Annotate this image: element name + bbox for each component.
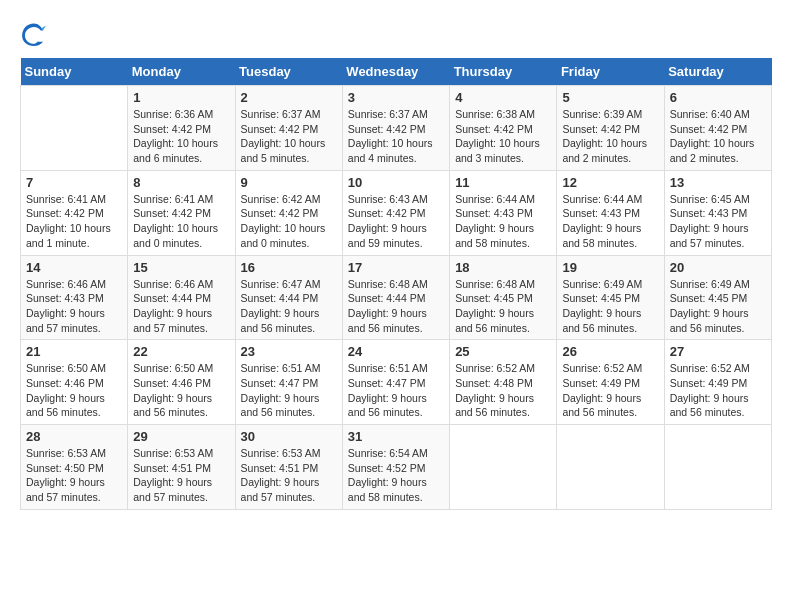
day-number: 19 [562,260,658,275]
header-day-thursday: Thursday [450,58,557,86]
cell-info: Sunrise: 6:39 AMSunset: 4:42 PMDaylight:… [562,107,658,166]
day-number: 2 [241,90,337,105]
day-number: 6 [670,90,766,105]
cell-info: Sunrise: 6:48 AMSunset: 4:45 PMDaylight:… [455,277,551,336]
day-number: 4 [455,90,551,105]
cell-info: Sunrise: 6:38 AMSunset: 4:42 PMDaylight:… [455,107,551,166]
week-row-2: 7Sunrise: 6:41 AMSunset: 4:42 PMDaylight… [21,170,772,255]
cell-info: Sunrise: 6:52 AMSunset: 4:49 PMDaylight:… [670,361,766,420]
calendar-cell: 12Sunrise: 6:44 AMSunset: 4:43 PMDayligh… [557,170,664,255]
cell-info: Sunrise: 6:53 AMSunset: 4:51 PMDaylight:… [241,446,337,505]
week-row-1: 1Sunrise: 6:36 AMSunset: 4:42 PMDaylight… [21,86,772,171]
calendar-cell: 27Sunrise: 6:52 AMSunset: 4:49 PMDayligh… [664,340,771,425]
cell-info: Sunrise: 6:46 AMSunset: 4:44 PMDaylight:… [133,277,229,336]
header-day-sunday: Sunday [21,58,128,86]
day-number: 15 [133,260,229,275]
cell-info: Sunrise: 6:50 AMSunset: 4:46 PMDaylight:… [26,361,122,420]
header-day-tuesday: Tuesday [235,58,342,86]
day-number: 26 [562,344,658,359]
calendar-cell: 30Sunrise: 6:53 AMSunset: 4:51 PMDayligh… [235,425,342,510]
day-number: 14 [26,260,122,275]
cell-info: Sunrise: 6:54 AMSunset: 4:52 PMDaylight:… [348,446,444,505]
calendar-cell [664,425,771,510]
calendar-cell: 22Sunrise: 6:50 AMSunset: 4:46 PMDayligh… [128,340,235,425]
header-day-saturday: Saturday [664,58,771,86]
day-number: 21 [26,344,122,359]
calendar-table: SundayMondayTuesdayWednesdayThursdayFrid… [20,58,772,510]
day-number: 10 [348,175,444,190]
day-number: 7 [26,175,122,190]
calendar-cell: 7Sunrise: 6:41 AMSunset: 4:42 PMDaylight… [21,170,128,255]
week-row-5: 28Sunrise: 6:53 AMSunset: 4:50 PMDayligh… [21,425,772,510]
calendar-cell: 2Sunrise: 6:37 AMSunset: 4:42 PMDaylight… [235,86,342,171]
day-number: 20 [670,260,766,275]
header-day-wednesday: Wednesday [342,58,449,86]
page-header [20,20,772,48]
day-number: 18 [455,260,551,275]
cell-info: Sunrise: 6:52 AMSunset: 4:48 PMDaylight:… [455,361,551,420]
calendar-cell: 9Sunrise: 6:42 AMSunset: 4:42 PMDaylight… [235,170,342,255]
cell-info: Sunrise: 6:40 AMSunset: 4:42 PMDaylight:… [670,107,766,166]
calendar-cell: 3Sunrise: 6:37 AMSunset: 4:42 PMDaylight… [342,86,449,171]
cell-info: Sunrise: 6:45 AMSunset: 4:43 PMDaylight:… [670,192,766,251]
header-day-friday: Friday [557,58,664,86]
calendar-cell [450,425,557,510]
cell-info: Sunrise: 6:50 AMSunset: 4:46 PMDaylight:… [133,361,229,420]
calendar-cell: 28Sunrise: 6:53 AMSunset: 4:50 PMDayligh… [21,425,128,510]
cell-info: Sunrise: 6:36 AMSunset: 4:42 PMDaylight:… [133,107,229,166]
cell-info: Sunrise: 6:42 AMSunset: 4:42 PMDaylight:… [241,192,337,251]
calendar-cell: 31Sunrise: 6:54 AMSunset: 4:52 PMDayligh… [342,425,449,510]
calendar-cell: 1Sunrise: 6:36 AMSunset: 4:42 PMDaylight… [128,86,235,171]
calendar-cell: 4Sunrise: 6:38 AMSunset: 4:42 PMDaylight… [450,86,557,171]
calendar-cell: 24Sunrise: 6:51 AMSunset: 4:47 PMDayligh… [342,340,449,425]
cell-info: Sunrise: 6:52 AMSunset: 4:49 PMDaylight:… [562,361,658,420]
calendar-cell: 18Sunrise: 6:48 AMSunset: 4:45 PMDayligh… [450,255,557,340]
day-number: 3 [348,90,444,105]
cell-info: Sunrise: 6:46 AMSunset: 4:43 PMDaylight:… [26,277,122,336]
day-number: 5 [562,90,658,105]
cell-info: Sunrise: 6:37 AMSunset: 4:42 PMDaylight:… [241,107,337,166]
day-number: 13 [670,175,766,190]
cell-info: Sunrise: 6:53 AMSunset: 4:51 PMDaylight:… [133,446,229,505]
day-number: 30 [241,429,337,444]
calendar-cell: 11Sunrise: 6:44 AMSunset: 4:43 PMDayligh… [450,170,557,255]
cell-info: Sunrise: 6:49 AMSunset: 4:45 PMDaylight:… [670,277,766,336]
day-number: 12 [562,175,658,190]
week-row-3: 14Sunrise: 6:46 AMSunset: 4:43 PMDayligh… [21,255,772,340]
calendar-cell: 8Sunrise: 6:41 AMSunset: 4:42 PMDaylight… [128,170,235,255]
calendar-cell: 15Sunrise: 6:46 AMSunset: 4:44 PMDayligh… [128,255,235,340]
day-number: 23 [241,344,337,359]
calendar-cell: 16Sunrise: 6:47 AMSunset: 4:44 PMDayligh… [235,255,342,340]
day-number: 9 [241,175,337,190]
day-number: 27 [670,344,766,359]
day-number: 11 [455,175,551,190]
calendar-cell: 5Sunrise: 6:39 AMSunset: 4:42 PMDaylight… [557,86,664,171]
cell-info: Sunrise: 6:49 AMSunset: 4:45 PMDaylight:… [562,277,658,336]
cell-info: Sunrise: 6:51 AMSunset: 4:47 PMDaylight:… [348,361,444,420]
cell-info: Sunrise: 6:41 AMSunset: 4:42 PMDaylight:… [26,192,122,251]
calendar-cell: 29Sunrise: 6:53 AMSunset: 4:51 PMDayligh… [128,425,235,510]
day-number: 8 [133,175,229,190]
day-number: 24 [348,344,444,359]
logo [20,20,52,48]
header-day-monday: Monday [128,58,235,86]
day-number: 17 [348,260,444,275]
calendar-cell: 23Sunrise: 6:51 AMSunset: 4:47 PMDayligh… [235,340,342,425]
calendar-cell [21,86,128,171]
cell-info: Sunrise: 6:47 AMSunset: 4:44 PMDaylight:… [241,277,337,336]
calendar-cell: 21Sunrise: 6:50 AMSunset: 4:46 PMDayligh… [21,340,128,425]
cell-info: Sunrise: 6:44 AMSunset: 4:43 PMDaylight:… [455,192,551,251]
cell-info: Sunrise: 6:41 AMSunset: 4:42 PMDaylight:… [133,192,229,251]
day-number: 29 [133,429,229,444]
day-number: 31 [348,429,444,444]
calendar-cell: 26Sunrise: 6:52 AMSunset: 4:49 PMDayligh… [557,340,664,425]
cell-info: Sunrise: 6:44 AMSunset: 4:43 PMDaylight:… [562,192,658,251]
calendar-cell: 25Sunrise: 6:52 AMSunset: 4:48 PMDayligh… [450,340,557,425]
calendar-cell: 17Sunrise: 6:48 AMSunset: 4:44 PMDayligh… [342,255,449,340]
cell-info: Sunrise: 6:48 AMSunset: 4:44 PMDaylight:… [348,277,444,336]
calendar-cell: 14Sunrise: 6:46 AMSunset: 4:43 PMDayligh… [21,255,128,340]
header-row: SundayMondayTuesdayWednesdayThursdayFrid… [21,58,772,86]
calendar-cell: 13Sunrise: 6:45 AMSunset: 4:43 PMDayligh… [664,170,771,255]
cell-info: Sunrise: 6:53 AMSunset: 4:50 PMDaylight:… [26,446,122,505]
calendar-cell: 20Sunrise: 6:49 AMSunset: 4:45 PMDayligh… [664,255,771,340]
